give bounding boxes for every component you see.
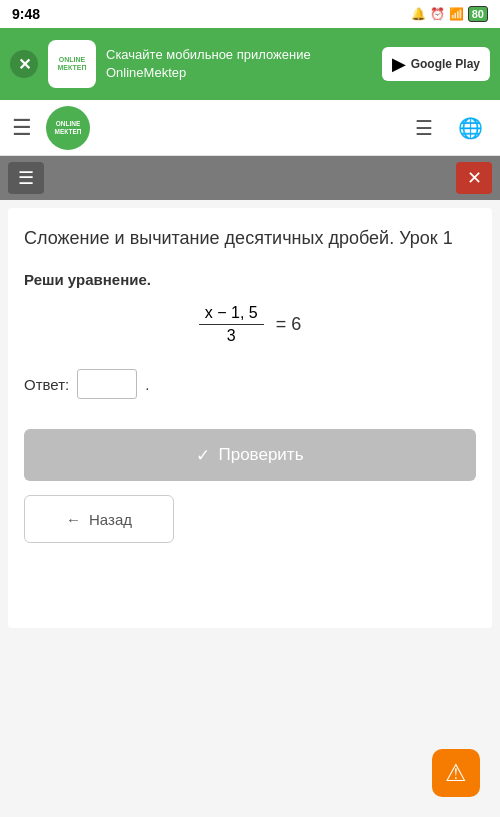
warning-icon: ⚠: [445, 759, 467, 787]
toolbar-row: ☰ ✕: [0, 156, 500, 200]
status-time: 9:48: [12, 6, 40, 22]
ad-logo: ONLINEМЕКТЕП: [48, 40, 96, 88]
globe-icon[interactable]: 🌐: [452, 110, 488, 146]
menu-toggle-button[interactable]: ☰: [8, 162, 44, 194]
answer-label: Ответ:: [24, 376, 69, 393]
ad-logo-text: ONLINEМЕКТЕП: [58, 56, 87, 71]
task-label: Реши уравнение.: [24, 271, 476, 288]
fraction: x − 1, 5 3: [199, 304, 264, 345]
hamburger-menu-icon[interactable]: ☰: [12, 115, 32, 141]
check-icon: ✓: [196, 445, 210, 466]
back-label: Назад: [89, 511, 132, 528]
check-button[interactable]: ✓ Проверить: [24, 429, 476, 481]
ad-text: Скачайте мобильное приложение OnlineMekt…: [106, 46, 372, 82]
back-arrow-icon: ←: [66, 511, 81, 528]
alarm-icon: ⏰: [430, 7, 445, 21]
nav-logo: ONLINEМЕКТЕП: [46, 106, 90, 150]
close-button[interactable]: ✕: [456, 162, 492, 194]
nav-logo-text: ONLINEМЕКТЕП: [55, 120, 82, 136]
equation-area: x − 1, 5 3 = 6: [24, 304, 476, 345]
answer-row: Ответ: .: [24, 369, 476, 399]
top-nav: ☰ ONLINEМЕКТЕП ☰ 🌐: [0, 100, 500, 156]
back-button[interactable]: ← Назад: [24, 495, 174, 543]
status-icons: 🔔 ⏰ 📶 80: [411, 6, 488, 22]
warning-fab-button[interactable]: ⚠: [432, 749, 480, 797]
lesson-title: Сложение и вычитание десятичных дробей. …: [24, 226, 476, 251]
answer-dot: .: [145, 376, 149, 393]
bell-icon: 🔔: [411, 7, 426, 21]
google-play-button[interactable]: ▶ Google Play: [382, 47, 490, 81]
status-bar: 9:48 🔔 ⏰ 📶 80: [0, 0, 500, 28]
answer-input[interactable]: [77, 369, 137, 399]
ad-banner: ✕ ONLINEМЕКТЕП Скачайте мобильное прилож…: [0, 28, 500, 100]
fraction-numerator: x − 1, 5: [199, 304, 264, 325]
main-content: Сложение и вычитание десятичных дробей. …: [8, 208, 492, 628]
google-play-label: Google Play: [411, 57, 480, 71]
list-view-icon[interactable]: ☰: [406, 110, 442, 146]
ad-close-button[interactable]: ✕: [10, 50, 38, 78]
equals-sign: = 6: [276, 314, 302, 335]
check-label: Проверить: [218, 445, 303, 465]
google-play-icon: ▶: [392, 53, 406, 75]
battery-indicator: 80: [468, 6, 488, 22]
signal-icon: 📶: [449, 7, 464, 21]
fraction-denominator: 3: [221, 325, 242, 345]
